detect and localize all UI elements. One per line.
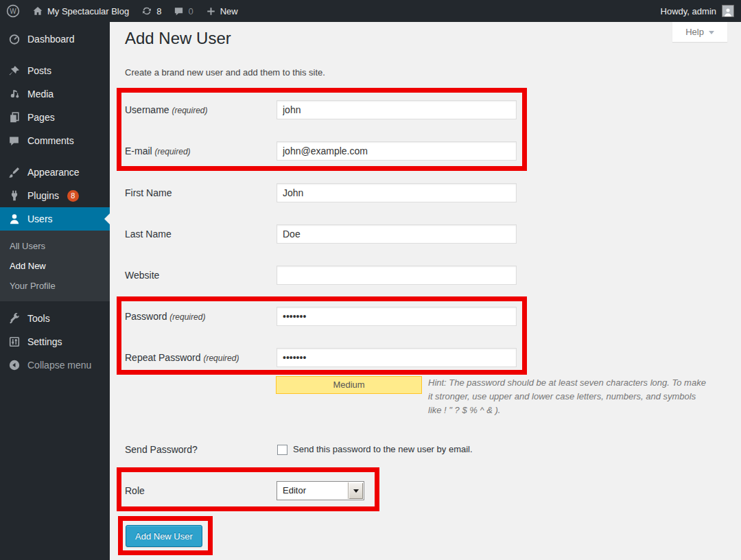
- new-content-menu[interactable]: New: [200, 0, 244, 22]
- sidebar-item-posts[interactable]: Posts: [0, 59, 110, 82]
- send-password-checkbox-label: Send this password to the new user by em…: [293, 442, 473, 457]
- role-label: Role: [125, 481, 277, 500]
- sidebar-item-comments[interactable]: Comments: [0, 129, 110, 152]
- wordpress-logo-icon: W: [6, 4, 20, 18]
- password-strength-meter: Medium: [276, 376, 422, 394]
- comments-indicator[interactable]: 0: [167, 0, 199, 22]
- last-name-row: Last Name: [125, 224, 517, 244]
- role-select[interactable]: Editor: [277, 481, 364, 500]
- website-label: Website: [125, 266, 277, 285]
- media-icon: [8, 88, 21, 100]
- sliders-icon: [8, 336, 21, 348]
- last-name-label: Last Name: [125, 224, 277, 244]
- update-count: 8: [156, 6, 161, 16]
- repeat-password-input[interactable]: [277, 348, 517, 367]
- email-label: E-mail (required): [125, 141, 277, 161]
- sidebar-item-pages[interactable]: Pages: [0, 106, 110, 129]
- sidebar-item-media[interactable]: Media: [0, 82, 110, 106]
- password-row: Password (required): [125, 307, 517, 327]
- password-input[interactable]: [277, 307, 517, 326]
- repeat-password-label: Repeat Password (required): [125, 348, 277, 368]
- send-password-checkbox[interactable]: [277, 445, 287, 455]
- admin-bar: W My Spectacular Blog 8 0 New Howdy, adm…: [0, 0, 741, 22]
- site-link[interactable]: My Spectacular Blog: [26, 0, 135, 22]
- sidebar-label: Collapse menu: [27, 360, 91, 371]
- main-content: Help Add New User Create a brand new use…: [110, 22, 741, 560]
- username-input[interactable]: [277, 100, 517, 119]
- required-hint: (required): [169, 312, 205, 322]
- add-new-user-button[interactable]: Add New User: [126, 525, 202, 547]
- email-row: E-mail (required): [125, 141, 517, 161]
- required-hint: (required): [203, 353, 239, 363]
- sidebar-item-appearance[interactable]: Appearance: [0, 161, 110, 184]
- site-name: My Spectacular Blog: [47, 6, 129, 16]
- help-label: Help: [685, 27, 704, 37]
- password-hint: Hint: The password should be at least se…: [428, 377, 706, 415]
- wrench-icon: [8, 312, 21, 325]
- password-strength-section: Medium Hint: The password should be at l…: [261, 376, 710, 417]
- chevron-down-icon: [709, 31, 714, 37]
- users-submenu: All Users Add New Your Profile: [0, 231, 110, 301]
- dashboard-icon: [8, 33, 21, 45]
- sidebar-item-collapse-menu[interactable]: Collapse menu: [0, 353, 110, 377]
- page-title: Add New User: [125, 29, 231, 48]
- sidebar-label: Comments: [27, 135, 74, 146]
- sidebar-label: Appearance: [27, 167, 80, 178]
- required-hint: (required): [155, 147, 191, 156]
- howdy-text[interactable]: Howdy, admin: [661, 6, 716, 16]
- repeat-password-row: Repeat Password (required): [125, 348, 517, 368]
- svg-text:W: W: [10, 8, 16, 15]
- last-name-input[interactable]: [277, 224, 517, 244]
- submenu-your-profile[interactable]: Your Profile: [0, 276, 110, 296]
- sidebar-item-tools[interactable]: Tools: [0, 307, 110, 330]
- first-name-label: First Name: [125, 183, 277, 202]
- page-subtitle: Create a brand new user and add them to …: [125, 67, 325, 78]
- pages-icon: [8, 111, 21, 124]
- admin-sidebar: Dashboard Posts Media Pages Comments App…: [0, 22, 110, 560]
- sidebar-label: Posts: [27, 65, 51, 76]
- brush-icon: [8, 166, 21, 178]
- role-selected-value: Editor: [283, 485, 306, 495]
- caret-down-icon: [353, 489, 359, 495]
- email-input[interactable]: [277, 141, 517, 161]
- sidebar-item-users[interactable]: Users: [0, 207, 110, 231]
- sidebar-label: Users: [27, 213, 53, 224]
- first-name-row: First Name: [125, 183, 517, 202]
- comment-bubble-icon: [174, 6, 184, 16]
- avatar[interactable]: [722, 5, 734, 17]
- website-row: Website: [125, 266, 517, 285]
- comment-count: 0: [188, 6, 193, 16]
- plus-icon: [206, 6, 216, 16]
- updates-indicator[interactable]: 8: [135, 0, 167, 22]
- sidebar-item-plugins[interactable]: Plugins 8: [0, 184, 110, 207]
- comments-icon: [8, 135, 21, 147]
- sidebar-label: Settings: [27, 336, 62, 347]
- website-input[interactable]: [277, 266, 517, 285]
- sidebar-item-settings[interactable]: Settings: [0, 330, 110, 353]
- sidebar-label: Tools: [27, 313, 50, 324]
- required-hint: (required): [172, 106, 207, 115]
- sidebar-label: Media: [27, 89, 54, 100]
- first-name-input[interactable]: [277, 183, 517, 202]
- sidebar-label: Dashboard: [27, 34, 75, 45]
- role-row: Role Editor: [125, 481, 364, 500]
- new-label: New: [220, 6, 238, 16]
- sidebar-label: Pages: [27, 112, 55, 123]
- pin-icon: [8, 65, 21, 77]
- send-password-row: Send Password? Send this password to the…: [125, 442, 473, 457]
- user-icon: [8, 213, 21, 225]
- sidebar-label: Plugins: [27, 190, 59, 201]
- sidebar-item-dashboard[interactable]: Dashboard: [0, 27, 110, 51]
- username-row: Username (required): [125, 100, 517, 120]
- submenu-add-new[interactable]: Add New: [0, 256, 110, 276]
- plugins-update-badge: 8: [67, 190, 79, 202]
- collapse-arrow-icon: [8, 359, 21, 371]
- home-icon: [32, 5, 43, 16]
- select-arrow-button[interactable]: [348, 482, 363, 499]
- submenu-all-users[interactable]: All Users: [0, 236, 110, 256]
- send-password-label: Send Password?: [125, 442, 277, 457]
- wordpress-menu[interactable]: W: [0, 0, 26, 22]
- password-label: Password (required): [125, 307, 277, 327]
- plug-icon: [8, 189, 21, 202]
- help-button[interactable]: Help: [672, 22, 727, 42]
